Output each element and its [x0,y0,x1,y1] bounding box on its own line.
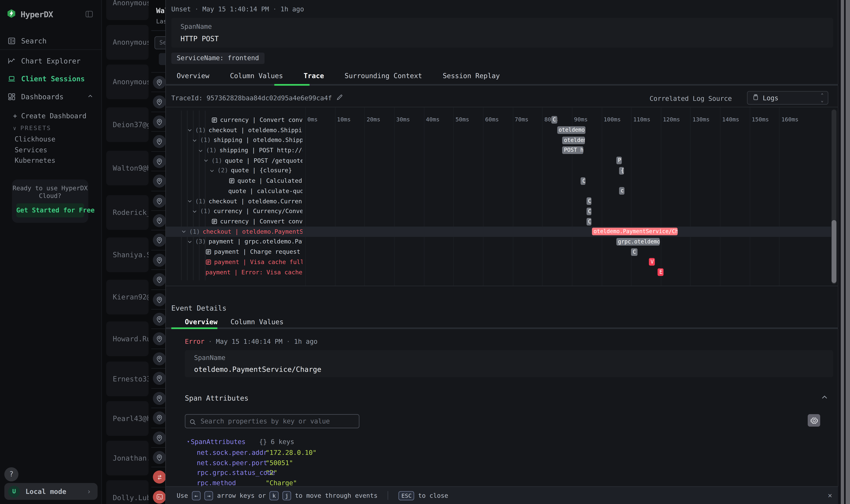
collapse-chevron-up-icon[interactable] [821,393,828,403]
chevron-down-icon[interactable] [203,158,209,163]
user-menu[interactable]: U Local mode › [4,483,98,500]
attributes-search-input[interactable] [185,414,359,428]
event-row[interactable] [151,408,167,428]
chevron-down-icon[interactable] [198,148,203,153]
span-duration-bar[interactable]: P [616,157,622,164]
event-row[interactable] [151,428,167,447]
span-duration-bar[interactable]: { [619,167,624,175]
event-row[interactable] [151,210,167,230]
event-row[interactable] [151,447,167,467]
event-row[interactable] [151,131,167,151]
session-card[interactable]: Howard.Run [106,321,148,356]
scrollbar[interactable] [846,0,850,504]
span-duration-bar[interactable]: POST h [562,147,583,154]
event-row[interactable] [151,368,167,388]
sidebar-item-dashboards[interactable]: Dashboards [0,92,102,101]
sidebar-item-chart-explorer[interactable]: Chart Explorer [0,56,102,66]
chevron-down-icon[interactable] [187,239,192,245]
event-row[interactable] [151,171,167,191]
event-row[interactable] [151,487,167,504]
attribute-value[interactable]: "2" [266,469,277,476]
session-card[interactable]: Roderick_S [106,195,148,230]
event-row[interactable] [151,191,167,210]
trace-tree-row[interactable]: (2)quote | {closure} [181,166,302,176]
event-row[interactable] [151,289,167,309]
event-row[interactable] [151,72,167,92]
attribute-value[interactable]: "Charge" [266,479,297,487]
event-row[interactable] [151,309,167,329]
trace-tree-row[interactable]: (1)currency | Currency/Convert [181,206,302,216]
event-row[interactable] [151,329,167,348]
span-duration-bar[interactable]: C [551,116,557,124]
event-tab-column-values[interactable]: Column Values [231,318,284,326]
session-card[interactable]: Pearl43@ho [106,401,148,436]
chevron-down-icon[interactable] [192,138,197,143]
span-duration-bar[interactable]: C [586,208,591,215]
trace-tree-row[interactable]: (3)payment | grpc.oteldemo.Paymen… [181,237,302,247]
preset-link-kubernetes[interactable]: Kubernetes [15,156,55,164]
tab-surrounding-context[interactable]: Surrounding Context [345,72,422,80]
edit-pencil-icon[interactable] [336,94,343,103]
trace-scrollbar-thumb[interactable] [832,220,836,283]
collapse-sidebar-icon[interactable] [85,10,94,21]
trace-tree-row[interactable]: payment | Charge request rec… [181,247,302,257]
chevron-down-icon[interactable] [187,127,192,133]
tab-trace[interactable]: Trace [304,72,324,80]
help-button[interactable]: ? [4,467,18,481]
session-card[interactable]: Kieran92@h [106,280,148,314]
event-row[interactable] [151,269,167,289]
trace-tree-row[interactable]: (1)shipping | POST http://quo… [181,145,302,156]
event-row[interactable] [151,348,167,368]
scrollbar[interactable] [841,0,844,504]
span-duration-bar[interactable]: C [586,218,591,225]
attribute-key[interactable]: rpc.method [197,479,236,487]
span-duration-bar[interactable]: C [586,197,591,205]
close-icon[interactable]: ✕ [828,491,832,499]
attribute-key[interactable]: rpc.grpc.status_code [197,469,275,476]
span-duration-bar[interactable]: C [631,248,637,256]
chevron-up-icon[interactable] [87,92,93,101]
trace-tree-row[interactable]: (1)shipping | oteldemo.Shipping… [181,135,302,145]
span-duration-bar[interactable]: oteldemo. [557,126,585,134]
presets-toggle[interactable]: PRESETS [13,125,51,132]
chevron-down-icon[interactable] [187,198,192,204]
chevron-down-icon[interactable] [209,168,215,173]
chevron-down-icon[interactable] [192,209,197,214]
create-dashboard-button[interactable]: + Create Dashboard [13,112,87,120]
event-row[interactable] [151,250,167,269]
trace-tree-row[interactable]: currency | Convert convers… [181,115,302,125]
session-card[interactable]: Ernesto33@ [106,361,148,396]
event-tab-overview[interactable]: Overview [185,318,217,326]
attribute-key[interactable]: net.sock.peer.port [197,459,267,467]
session-card[interactable]: Dolly.Lubo [106,480,148,504]
attribute-key[interactable]: net.sock.peer.addr [197,449,267,456]
span-duration-bar[interactable]: C [581,177,585,185]
trace-tree-row[interactable]: (1)quote | POST /getquote [181,156,302,166]
session-card[interactable]: Anonymous [106,25,148,60]
trace-tree-row[interactable]: payment | Error: Visa cache ful… [181,267,302,277]
chevron-down-icon[interactable] [181,229,186,234]
attributes-root-node[interactable]: ▾SpanAttributes [187,438,246,446]
span-duration-bar[interactable]: oteldemo [562,137,585,144]
tab-overview[interactable]: Overview [177,72,209,80]
event-row[interactable] [151,388,167,408]
trace-tree-row[interactable]: quote | Calculated q… [181,176,302,186]
attribute-value[interactable]: "172.28.0.10" [266,449,317,456]
tab-column-values[interactable]: Column Values [230,72,283,80]
attribute-value[interactable]: "50051" [266,459,293,467]
log-source-select[interactable]: Logs ⌃⌄ [747,91,828,105]
event-row[interactable] [151,112,167,131]
trace-tree-row[interactable]: currency | Convert convers… [181,216,302,227]
span-duration-bar[interactable]: grpc.oteldemo. [616,238,660,246]
session-card[interactable]: Deion37@gm [106,107,148,142]
span-duration-bar[interactable]: oteldemo.PaymentService/Char [592,228,678,235]
trace-tree-row[interactable]: (1)checkout | oteldemo.PaymentServi… [181,227,302,237]
gear-icon[interactable] [808,414,820,427]
logo[interactable]: HyperDX [6,9,53,21]
trace-tree-row[interactable]: quote | calculate-quote [181,186,302,196]
get-started-button[interactable]: Get Started for Free [16,203,84,217]
trace-tree-row[interactable]: payment | Visa cache full: c… [181,257,302,267]
sidebar-item-client-sessions[interactable]: Client Sessions [0,74,102,84]
session-card[interactable]: Anonymous [106,0,148,20]
service-name-pill[interactable]: ServiceName: frontend [171,53,265,64]
